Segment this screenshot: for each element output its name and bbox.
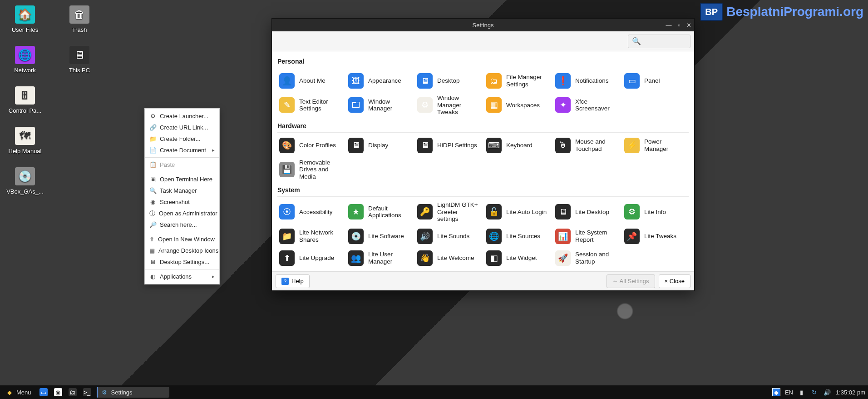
this-pc-icon-glyph: 🖥: [69, 46, 89, 64]
setting-panel[interactable]: ▭Panel: [622, 71, 689, 91]
setting-workspaces[interactable]: ▦Workspaces: [484, 93, 551, 118]
setting-desktop[interactable]: 🖥Desktop: [415, 71, 482, 91]
desktop-icons: 🏠User Files🗑Trash🌐Network🖥This PC🎚Contro…: [5, 5, 100, 195]
help-manual-icon-label: Help Manual: [9, 148, 42, 155]
ctx-arrange-desktop-icons-label: Arrange Desktop Icons: [158, 247, 218, 254]
setting-removable-drives[interactable]: 💾Removable Drives and Media: [277, 157, 344, 182]
setting-lite-upgrade[interactable]: ⬆Lite Upgrade: [277, 248, 344, 268]
ctx-screenshot[interactable]: ◉Screenshot: [145, 196, 219, 208]
setting-mouse-touchpad[interactable]: 🖱Mouse and Touchpad: [553, 135, 620, 155]
setting-lite-system-report-icon: 📊: [555, 229, 571, 244]
ctx-desktop-settings[interactable]: 🖥Desktop Settings...: [145, 256, 219, 268]
trash-icon[interactable]: 🗑Trash: [59, 5, 100, 33]
maximize-button[interactable]: ▫: [678, 22, 680, 29]
minimize-button[interactable]: —: [666, 22, 671, 29]
ctx-search-here-icon: 🔎: [149, 221, 156, 228]
setting-desktop-label: Desktop: [437, 77, 460, 85]
ctx-applications[interactable]: ◐Applications▸: [145, 271, 219, 282]
network-icon[interactable]: 🌐Network: [5, 46, 45, 74]
setting-desktop-icon: 🖥: [417, 73, 433, 89]
setting-notifications[interactable]: ❗Notifications: [553, 71, 620, 91]
search-field[interactable]: [644, 38, 686, 45]
ctx-paste-icon: 📋: [149, 161, 156, 168]
ctx-create-launcher[interactable]: ⚙Create Launcher...: [145, 110, 219, 122]
setting-color-profiles[interactable]: 🎨Color Profiles: [277, 135, 344, 155]
launch-browser-icon: ◉: [54, 388, 62, 396]
launch-show-desktop[interactable]: ▭: [37, 387, 50, 398]
setting-display[interactable]: 🖥Display: [346, 135, 413, 155]
tray-battery-icon[interactable]: ▮: [798, 388, 806, 396]
this-pc-icon[interactable]: 🖥This PC: [59, 46, 100, 74]
setting-lightdm-greeter-icon: 🔑: [417, 204, 433, 219]
tray-clock[interactable]: 1:35:02 pm: [836, 389, 865, 396]
setting-lite-software[interactable]: 💿Lite Software: [346, 226, 413, 246]
help-button[interactable]: ? Help: [276, 274, 310, 288]
setting-lightdm-greeter[interactable]: 🔑LightDM GTK+ Greeter settings: [415, 200, 482, 224]
user-files-icon[interactable]: 🏠User Files: [5, 5, 45, 33]
setting-lite-auto-login-icon: 🔓: [486, 204, 502, 219]
ctx-create-folder[interactable]: 📁Create Folder...: [145, 133, 219, 145]
setting-lite-system-report[interactable]: 📊Lite System Report: [553, 226, 620, 246]
search-input[interactable]: 🔍: [628, 35, 690, 48]
ctx-open-terminal-here[interactable]: ▣Open Terminal Here: [145, 174, 219, 185]
separator: [145, 172, 219, 172]
setting-xfce-screensaver[interactable]: ✦Xfce Screensaver: [553, 93, 620, 118]
close-window-button[interactable]: ✕: [686, 22, 691, 29]
setting-hidpi-settings[interactable]: 🖥HiDPI Settings: [415, 135, 482, 155]
setting-accessibility[interactable]: ⦿Accessibility: [277, 200, 344, 224]
launch-terminal[interactable]: >_: [80, 387, 94, 398]
ctx-task-manager[interactable]: 🔍Task Manager: [145, 185, 219, 196]
setting-mouse-touchpad-icon: 🖱: [555, 138, 571, 153]
ctx-search-here[interactable]: 🔎Search here...: [145, 219, 219, 230]
help-manual-icon[interactable]: 🗺Help Manual: [5, 127, 45, 155]
control-panel-icon[interactable]: 🎚Control Pa...: [5, 86, 45, 114]
setting-text-editor-settings[interactable]: ✎Text Editor Settings: [277, 93, 344, 118]
ctx-paste-label: Paste: [160, 161, 175, 168]
tray-indicator-icon[interactable]: ◆: [772, 388, 780, 396]
setting-session-startup[interactable]: 🚀Session and Startup: [553, 248, 620, 268]
setting-lite-user-manager-label: Lite User Manager: [368, 251, 411, 265]
setting-session-startup-icon: 🚀: [555, 250, 571, 266]
tray-volume-icon[interactable]: 🔊: [823, 388, 831, 396]
setting-lite-desktop[interactable]: 🖥Lite Desktop: [553, 200, 620, 224]
setting-lite-sources[interactable]: 🌐Lite Sources: [484, 226, 551, 246]
launch-browser[interactable]: ◉: [51, 387, 65, 398]
setting-lite-welcome[interactable]: 👋Lite Welcome: [415, 248, 482, 268]
ctx-arrange-desktop-icons[interactable]: ▤Arrange Desktop Icons: [145, 245, 219, 256]
setting-lite-auto-login[interactable]: 🔓Lite Auto Login: [484, 200, 551, 224]
setting-lite-sounds[interactable]: 🔊Lite Sounds: [415, 226, 482, 246]
setting-lite-desktop-icon: 🖥: [555, 204, 571, 219]
ctx-create-document[interactable]: 📄Create Document▸: [145, 145, 219, 156]
separator: [145, 232, 219, 232]
chevron-right-icon: ▸: [212, 274, 215, 279]
setting-appearance[interactable]: 🖼Appearance: [346, 71, 413, 91]
close-button[interactable]: × Close: [659, 274, 690, 288]
setting-lite-info[interactable]: ⚙Lite Info: [622, 200, 689, 224]
setting-lite-network-shares-icon: 📁: [279, 229, 295, 244]
setting-about-me[interactable]: 👤About Me: [277, 71, 344, 91]
ctx-open-new-window-icon: ⇧: [149, 236, 154, 243]
setting-power-manager[interactable]: ⚡Power Manager: [622, 135, 689, 155]
task-settings[interactable]: ⚙ Settings: [97, 387, 169, 398]
titlebar[interactable]: Settings — ▫ ✕: [272, 19, 694, 31]
menu-button[interactable]: ◆ Menu: [3, 387, 34, 398]
setting-lite-tweaks[interactable]: 📌Lite Tweaks: [622, 226, 689, 246]
setting-window-manager[interactable]: 🗔Window Manager: [346, 93, 413, 118]
setting-keyboard[interactable]: ⌨Keyboard: [484, 135, 551, 155]
vbox-gas-icon[interactable]: 💿VBox_GAs_...: [5, 167, 45, 195]
setting-lite-user-manager[interactable]: 👥Lite User Manager: [346, 248, 413, 268]
tray-lang[interactable]: EN: [785, 389, 793, 396]
ctx-open-new-window[interactable]: ⇧Open in New Window: [145, 234, 219, 245]
setting-xfce-screensaver-icon: ✦: [555, 97, 571, 113]
setting-file-manager-settings[interactable]: 🗂File Manager Settings: [484, 71, 551, 91]
launch-file-manager[interactable]: 🗂: [66, 387, 79, 398]
ctx-create-url-link[interactable]: 🔗Create URL Link...: [145, 122, 219, 133]
ctx-open-as-admin[interactable]: ⓘOpen as Administrator: [145, 208, 219, 219]
setting-window-manager-tweaks[interactable]: ⚙Window Manager Tweaks: [415, 93, 482, 118]
task-settings-icon: ⚙: [100, 388, 108, 396]
setting-lite-widget[interactable]: ◧Lite Widget: [484, 248, 551, 268]
setting-lite-network-shares[interactable]: 📁Lite Network Shares: [277, 226, 344, 246]
setting-lite-welcome-label: Lite Welcome: [437, 254, 474, 262]
tray-updates-icon[interactable]: ↻: [810, 388, 819, 396]
setting-default-applications[interactable]: ★Default Applications: [346, 200, 413, 224]
